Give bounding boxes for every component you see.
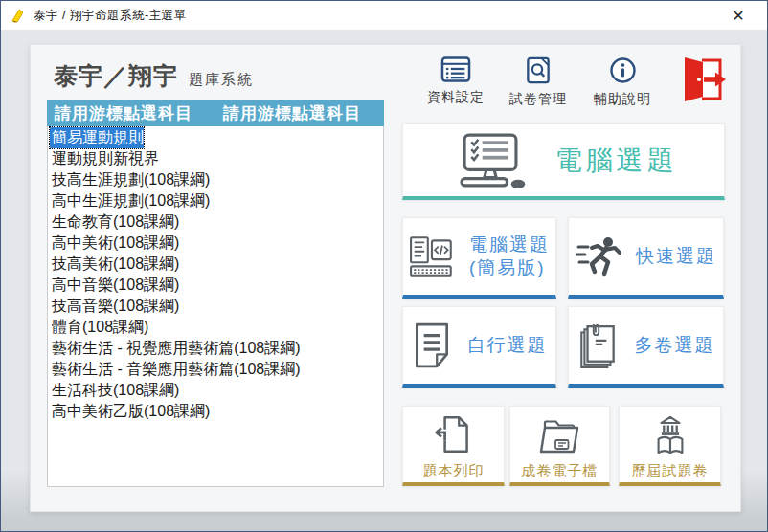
data-settings-icon <box>440 56 471 82</box>
subject-list-header-left: 請用游標點選科目 <box>55 102 192 124</box>
logo-subtitle: 題庫系統 <box>189 71 254 89</box>
quick-select-label: 快速選題 <box>636 244 716 269</box>
stacked-papers-icon <box>577 322 620 368</box>
multi-volume-button[interactable]: 多卷選題 <box>568 306 724 388</box>
simple-version-icon <box>409 235 457 277</box>
print-booklet-label: 題本列印 <box>423 462 485 480</box>
subject-item[interactable]: 高中美術(108課綱) <box>50 233 179 254</box>
subject-item[interactable]: 技高美術(108課綱) <box>50 254 179 275</box>
computer-select-button[interactable]: 電腦選題 <box>402 123 725 200</box>
exam-efile-label: 成卷電子檔 <box>522 462 599 480</box>
computer-monitor-icon <box>450 133 531 188</box>
print-booklet-button[interactable]: 題本列印 <box>402 406 505 486</box>
self-select-button[interactable]: 自行選題 <box>402 306 556 388</box>
subject-item[interactable]: 藝術生活 - 視覺應用藝術篇(108課綱) <box>50 338 301 359</box>
subject-item[interactable]: 高中音樂(108課綱) <box>50 275 179 296</box>
logo: 泰宇／翔宇 題庫系統 <box>54 60 254 92</box>
document-icon <box>412 322 452 368</box>
exit-button[interactable] <box>674 55 732 104</box>
help-icon <box>609 56 637 84</box>
subject-item-selected[interactable]: 簡易運動規則 <box>50 127 144 148</box>
logo-title: 泰宇／翔宇 <box>54 60 178 92</box>
toolbar-item-data-settings[interactable]: 資料設定 <box>420 56 491 106</box>
subject-list-header-right: 請用游標點選科目 <box>223 102 361 124</box>
computer-select-label: 電腦選題 <box>555 143 678 179</box>
subject-item[interactable]: 生命教育(108課綱) <box>50 211 179 233</box>
computer-select-simple-button[interactable]: 電腦選題 (簡易版) <box>402 217 556 299</box>
toolbar-label: 輔助說明 <box>594 91 651 108</box>
toolbar-item-exam-management[interactable]: 試卷管理 <box>503 56 574 108</box>
computer-select-simple-label: 電腦選題 (簡易版) <box>469 233 550 279</box>
subject-item[interactable]: 高中生涯規劃(108課綱) <box>50 190 210 211</box>
toolbar-label: 試卷管理 <box>509 91 567 108</box>
exit-door-icon <box>676 56 730 102</box>
subject-item[interactable]: 技高音樂(108課綱) <box>50 296 179 317</box>
toolbar-label: 資料設定 <box>427 89 485 106</box>
folder-file-icon <box>537 414 583 454</box>
self-select-label: 自行選題 <box>467 333 548 358</box>
print-page-icon <box>432 414 476 454</box>
computer-select-simple-label-line2: (簡易版) <box>469 256 550 279</box>
past-exams-button[interactable]: 歷屆試題卷 <box>619 406 721 486</box>
title-bar: 泰宇 / 翔宇命題系統-主選單 ✕ <box>1 1 767 30</box>
subject-item[interactable]: 藝術生活 - 音樂應用藝術篇(108課綱) <box>50 359 301 380</box>
exam-management-icon <box>526 56 551 84</box>
subject-item[interactable]: 高中美術乙版(108課綱) <box>50 401 210 422</box>
close-button[interactable]: ✕ <box>725 4 752 27</box>
subject-item[interactable]: 體育(108課綱) <box>50 317 148 338</box>
past-exams-label: 歷屆試題卷 <box>632 462 709 480</box>
quick-select-button[interactable]: 快速選題 <box>568 217 724 299</box>
exam-efile-button[interactable]: 成卷電子檔 <box>509 406 610 486</box>
runner-icon <box>576 234 623 278</box>
archive-bank-book-icon <box>648 414 692 454</box>
subject-list: 簡易運動規則 運動規則新視界 技高生涯規劃(108課綱) 高中生涯規劃(108課… <box>47 126 384 487</box>
multi-volume-label: 多卷選題 <box>635 333 715 358</box>
computer-select-simple-label-line1: 電腦選題 <box>469 233 550 256</box>
subject-item[interactable]: 技高生涯規劃(108課綱) <box>50 169 210 190</box>
main-window: 泰宇 / 翔宇命題系統-主選單 ✕ 泰宇／翔宇 題庫系統 請用游標點選科目 請用… <box>0 0 768 532</box>
subject-item[interactable]: 生活科技(108課綱) <box>50 380 179 401</box>
toolbar-item-help[interactable]: 輔助說明 <box>587 56 658 108</box>
subject-item[interactable]: 運動規則新視界 <box>50 148 159 169</box>
subject-list-header: 請用游標點選科目 請用游標點選科目 <box>47 100 384 126</box>
window-title: 泰宇 / 翔宇命題系統-主選單 <box>34 8 187 24</box>
app-icon <box>10 8 26 24</box>
